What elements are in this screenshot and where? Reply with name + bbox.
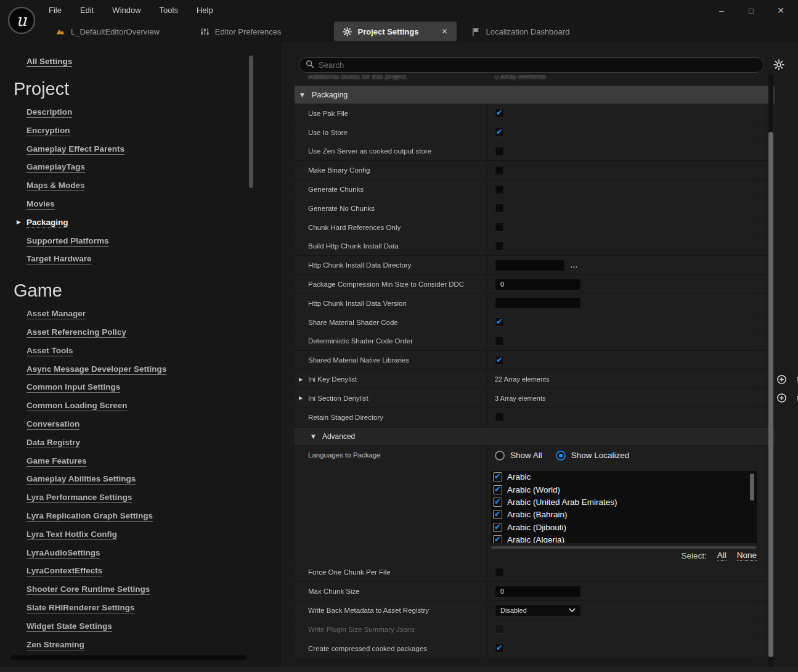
checkbox[interactable] [495, 337, 504, 346]
checkbox[interactable]: ✔ [495, 356, 504, 365]
select-all-link[interactable]: All [717, 551, 727, 561]
checkbox[interactable] [495, 242, 504, 251]
menu-file[interactable]: File [39, 0, 71, 21]
close-button[interactable]: ✕ [766, 0, 796, 21]
sidebar-item-data-registry[interactable]: Data Registry [26, 433, 280, 452]
collapse-arrow-icon[interactable]: ▼ [300, 92, 304, 98]
text-input[interactable] [495, 279, 581, 290]
panel-scrollbar-thumb[interactable] [768, 132, 773, 657]
maximize-button[interactable]: □ [736, 0, 766, 21]
checkbox[interactable] [495, 203, 504, 213]
sidebar-item-packaging[interactable]: Packaging [26, 213, 280, 232]
checkbox[interactable] [495, 625, 504, 634]
checkbox[interactable] [495, 185, 504, 194]
settings-gear-icon[interactable] [773, 59, 784, 70]
setting-label: Generate Chunks [295, 186, 364, 193]
tab-editor-preferences[interactable]: Editor Preferences [194, 22, 288, 41]
tab-project-settings[interactable]: Project Settings✕ [334, 22, 456, 41]
sidebar-item-lyraaudiosettings[interactable]: LyraAudioSettings [26, 544, 280, 562]
sidebar-item-asset-tools[interactable]: Asset Tools [26, 342, 280, 360]
checkbox[interactable] [495, 412, 504, 422]
sidebar-item-lyra-performance-settings[interactable]: Lyra Performance Settings [26, 488, 280, 507]
sidebar-item-gameplay-effect-parents[interactable]: Gameplay Effect Parents [26, 140, 280, 158]
setting-row-http-chunk-install-data-version: Http Chunk Install Data Version [295, 294, 775, 313]
select-none-link[interactable]: None [737, 551, 757, 561]
sidebar-item-maps-modes[interactable]: Maps & Modes [26, 176, 280, 195]
sidebar-item-movies[interactable]: Movies [26, 195, 280, 213]
checkbox[interactable]: ✔ [495, 318, 504, 327]
expander-icon[interactable]: ▶ [299, 395, 303, 401]
panel-scrollbar[interactable] [768, 75, 773, 667]
sidebar-item-lyracontexteffects[interactable]: LyraContextEffects [26, 562, 280, 580]
sidebar-item-lyra-text-hotfix-config[interactable]: Lyra Text Hotfix Config [26, 525, 280, 544]
category-header-packaging[interactable]: ▼ Packaging [295, 86, 775, 104]
sidebar-item-common-loading-screen[interactable]: Common Loading Screen [26, 396, 280, 415]
minimize-button[interactable]: – [707, 0, 736, 21]
expander-icon[interactable]: ▶ [299, 377, 303, 382]
text-input[interactable] [495, 586, 581, 597]
checkbox[interactable] [495, 568, 504, 577]
delete-elements-icon[interactable] [795, 374, 798, 384]
radio-show-localized[interactable] [556, 451, 566, 461]
sidebar-item-async-message-developer-settings[interactable]: Async Message Developer Settings [26, 360, 280, 379]
search-input[interactable] [319, 60, 763, 70]
menu-edit[interactable]: Edit [71, 0, 103, 21]
sidebar-vertical-scrollbar[interactable] [249, 55, 253, 188]
language-item-arabic-united-arab-emirates[interactable]: ✔Arabic (United Arab Emirates) [491, 496, 757, 508]
language-item-arabic-world[interactable]: ✔Arabic (World) [491, 483, 757, 496]
dropdown[interactable]: Disabled [495, 604, 581, 617]
sidebar-item-description[interactable]: Description [26, 103, 280, 121]
checkbox[interactable]: ✔ [493, 510, 502, 519]
sidebar-item-slate-rhirenderer-settings[interactable]: Slate RHIRenderer Settings [26, 599, 280, 617]
sidebar-item-asset-referencing-policy[interactable]: Asset Referencing Policy [26, 323, 280, 342]
sidebar-item-encryption[interactable]: Encryption [26, 121, 280, 140]
language-label: Arabic [507, 472, 531, 481]
tab-localization-dashboard[interactable]: Localization Dashboard [465, 22, 576, 41]
checkbox[interactable]: ✔ [493, 472, 502, 481]
checkbox[interactable]: ✔ [493, 498, 502, 507]
sidebar-horizontal-scrollbar[interactable] [11, 655, 246, 660]
language-item-arabic-djibouti[interactable]: ✔Arabic (Djibouti) [491, 521, 757, 533]
sidebar-item-lyra-replication-graph-settings[interactable]: Lyra Replication Graph Settings [26, 507, 280, 525]
sidebar-item-gameplaytags[interactable]: GameplayTags [26, 158, 280, 176]
language-item-arabic[interactable]: ✔Arabic [491, 471, 757, 483]
language-list-hscrollbar[interactable] [491, 546, 757, 549]
menu-window[interactable]: Window [103, 0, 150, 21]
sidebar-item-shooter-core-runtime-settings[interactable]: Shooter Core Runtime Settings [26, 580, 280, 599]
checkbox[interactable]: ✔ [493, 485, 502, 494]
tab-l-defaulteditoroverview[interactable]: L_DefaultEditorOverview [49, 22, 166, 41]
browse-button[interactable]: ... [571, 261, 578, 269]
sidebar-item-gameplay-abilities-settings[interactable]: Gameplay Abilities Settings [26, 470, 280, 488]
checkbox[interactable] [495, 147, 504, 156]
language-list-scrollbar[interactable] [750, 473, 754, 501]
sidebar-item-zen-streaming[interactable]: Zen Streaming [26, 636, 280, 654]
language-item-arabic-bahrain[interactable]: ✔Arabic (Bahrain) [491, 509, 757, 521]
language-item-arabic-algeria[interactable]: ✔Arabic (Algeria) [491, 534, 757, 543]
add-element-icon[interactable] [776, 393, 787, 403]
sidebar-item-asset-manager[interactable]: Asset Manager [26, 305, 280, 323]
menu-help[interactable]: Help [187, 0, 222, 21]
close-tab-icon[interactable]: ✕ [441, 27, 447, 36]
menu-tools[interactable]: Tools [150, 0, 187, 21]
text-input[interactable] [495, 260, 565, 271]
add-element-icon[interactable] [776, 374, 787, 385]
checkbox[interactable]: ✔ [495, 128, 504, 137]
sidebar-item-supported-platforms[interactable]: Supported Platforms [26, 232, 280, 250]
sidebar-item-widget-state-settings[interactable]: Widget State Settings [26, 617, 280, 636]
checkbox[interactable] [495, 223, 504, 232]
sidebar-item-common-input-settings[interactable]: Common Input Settings [26, 378, 280, 396]
delete-elements-icon[interactable] [795, 393, 798, 403]
text-input[interactable] [495, 297, 581, 309]
sidebar-item-game-features[interactable]: Game Features [26, 452, 280, 470]
all-settings-link[interactable]: All Settings [26, 57, 72, 66]
radio-show-all[interactable] [495, 451, 505, 461]
checkbox[interactable]: ✔ [493, 535, 502, 543]
sidebar-item-conversation[interactable]: Conversation [26, 415, 280, 433]
checkbox[interactable] [495, 166, 504, 175]
sidebar-item-target-hardware[interactable]: Target Hardware [26, 250, 280, 268]
checkbox[interactable]: ✔ [495, 109, 504, 118]
checkbox[interactable]: ✔ [495, 644, 504, 653]
collapse-arrow-icon[interactable]: ▼ [311, 433, 316, 440]
advanced-header[interactable]: ▼ Advanced [295, 428, 775, 445]
checkbox[interactable]: ✔ [493, 523, 502, 532]
